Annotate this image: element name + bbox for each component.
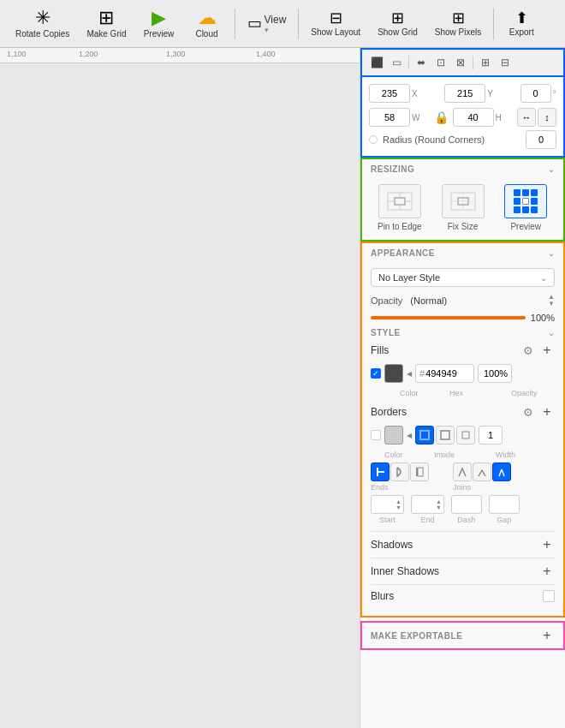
end-square-button[interactable] xyxy=(410,462,429,481)
shadows-add-button[interactable]: + xyxy=(539,537,555,552)
y-input[interactable] xyxy=(444,84,485,103)
resizing-section: RESIZING ⌄ P xyxy=(360,158,565,242)
fix-size-box xyxy=(442,184,485,218)
align-bottom-button[interactable]: ⊠ xyxy=(451,53,470,72)
fill-swatch-arrow-icon[interactable]: ◀ xyxy=(407,370,412,378)
resizing-preview-option[interactable]: Preview xyxy=(497,184,555,231)
appearance-section: APPEARANCE ⌄ No Layer Style ⌄ Opacity (N… xyxy=(360,242,565,618)
border-width-input[interactable] xyxy=(479,426,503,445)
border-center-button[interactable] xyxy=(436,426,455,445)
borders-add-button[interactable]: + xyxy=(539,404,555,420)
toolbar-export[interactable]: ⬆ Export xyxy=(497,7,545,40)
canvas-area[interactable]: 1,100 1,200 1,300 1,400 xyxy=(0,48,360,728)
export-icon: ⬆ xyxy=(515,10,528,26)
radius-handle[interactable] xyxy=(369,135,378,144)
toolbar-show-pixels[interactable]: ⊞ Show Pixels xyxy=(426,7,490,40)
gap-input[interactable] xyxy=(489,495,520,514)
flip-horizontal-button[interactable]: ↔ xyxy=(517,108,536,127)
fill-opacity-input[interactable] xyxy=(478,364,512,383)
layer-style-dropdown[interactable]: No Layer Style ⌄ xyxy=(371,268,555,287)
toolbar-preview[interactable]: ▶ Preview xyxy=(135,5,183,42)
show-layout-label: Show Layout xyxy=(311,27,360,37)
toolbar-show-layout[interactable]: ⊟ Show Layout xyxy=(302,7,369,40)
join-miter-button[interactable] xyxy=(453,462,472,481)
cloud-label: Cloud xyxy=(195,29,217,39)
main-area: 1,100 1,200 1,300 1,400 ⬛ ▭ ⬌ ⊡ ⊠ ⊞ ⊟ xyxy=(0,48,565,728)
y-label: Y xyxy=(487,89,497,98)
borders-actions: ⚙ + xyxy=(520,404,555,420)
fill-enabled-checkbox[interactable]: ✓ xyxy=(371,368,381,379)
h-input[interactable] xyxy=(453,108,494,127)
radius-stepper xyxy=(526,130,556,149)
appearance-title: APPEARANCE xyxy=(371,248,435,258)
resizing-header[interactable]: RESIZING ⌄ xyxy=(362,159,563,179)
align-bar: ⬛ ▭ ⬌ ⊡ ⊠ ⊞ ⊟ xyxy=(360,48,565,77)
radius-input[interactable] xyxy=(526,130,556,149)
end-input[interactable] xyxy=(412,499,436,510)
fill-color-swatch[interactable] xyxy=(384,364,403,383)
fills-gear-button[interactable]: ⚙ xyxy=(520,343,536,358)
align-left-button[interactable]: ⬛ xyxy=(367,53,386,72)
dash-input[interactable] xyxy=(451,495,482,514)
start-stepper[interactable]: ▲ ▼ xyxy=(396,498,403,510)
angle-input[interactable] xyxy=(520,84,551,103)
toolbar-show-grid[interactable]: ⊞ Show Grid xyxy=(369,7,426,40)
exportable-add-button[interactable]: + xyxy=(539,628,555,643)
fill-col-labels: Color Hex Opacity xyxy=(371,389,555,397)
opacity-slider-row: 100% xyxy=(371,313,555,323)
toolbar-cloud[interactable]: ☁ Cloud xyxy=(183,5,231,42)
end-flat-button[interactable] xyxy=(371,462,390,481)
border-color-swatch[interactable] xyxy=(384,426,403,445)
end-round-button[interactable] xyxy=(390,462,409,481)
appearance-header[interactable]: APPEARANCE ⌄ xyxy=(362,243,563,263)
x-input[interactable] xyxy=(369,84,410,103)
toolbar-make-grid[interactable]: ⊞ Make Grid xyxy=(78,5,134,42)
inner-shadows-label: Inner Shadows xyxy=(371,565,439,577)
grid-preview-icon xyxy=(514,189,538,213)
rotate-copies-label: Rotate Copies xyxy=(15,29,69,39)
show-pixels-icon: ⊞ xyxy=(452,10,465,26)
angle-symbol: ° xyxy=(553,88,556,98)
joins-buttons xyxy=(453,462,511,481)
distribute-v-button[interactable]: ⊟ xyxy=(496,53,514,72)
end-stepper[interactable]: ▲ ▼ xyxy=(436,498,443,510)
lock-aspect-button[interactable]: 🔒 xyxy=(434,110,449,125)
joins-group: Joins xyxy=(453,462,511,492)
toolbar: ✳ Rotate Copies ⊞ Make Grid ▶ Preview ☁ … xyxy=(0,0,565,48)
join-bevel-button[interactable] xyxy=(492,462,511,481)
join-round-button[interactable] xyxy=(473,462,491,481)
fill-hex-input[interactable] xyxy=(425,368,470,379)
start-input[interactable] xyxy=(372,499,396,510)
flip-vertical-button[interactable]: ↕ xyxy=(538,108,556,127)
opacity-mode-button[interactable]: (Normal) xyxy=(407,295,447,306)
align-center-v-button[interactable]: ⊡ xyxy=(431,53,450,72)
border-outside-button[interactable] xyxy=(456,426,475,445)
svg-rect-11 xyxy=(420,431,429,439)
align-center-h-button[interactable]: ▭ xyxy=(387,53,406,72)
blurs-toggle[interactable] xyxy=(543,590,555,602)
fix-size-option[interactable]: Fix Size xyxy=(434,184,492,231)
distribute-h-button[interactable]: ⊞ xyxy=(476,53,495,72)
pin-to-edge-option[interactable]: Pin to Edge xyxy=(371,184,429,231)
shadows-section: Shadows + xyxy=(371,531,555,558)
ruler-mark-1300: 1,300 xyxy=(166,50,186,58)
preview-label: Preview xyxy=(144,29,175,39)
start-label: Start xyxy=(379,516,396,524)
border-enabled-checkbox[interactable] xyxy=(371,430,381,440)
border-swatch-arrow-icon[interactable]: ◀ xyxy=(407,432,412,439)
opacity-arrows[interactable]: ▲ ▼ xyxy=(548,294,555,307)
w-input[interactable] xyxy=(369,108,410,127)
resizing-content: Pin to Edge Fix Size xyxy=(362,179,563,240)
toolbar-rotate-copies[interactable]: ✳ Rotate Copies xyxy=(7,5,78,42)
opacity-slider-track[interactable] xyxy=(371,316,526,319)
inner-shadows-add-button[interactable]: + xyxy=(539,564,555,579)
style-sub-header: STYLE ⌄ xyxy=(371,328,555,337)
align-top-button[interactable]: ⬌ xyxy=(412,53,431,72)
border-inside-button[interactable] xyxy=(415,426,434,445)
toolbar-view[interactable]: ▭ View ▾ xyxy=(239,10,295,38)
fills-add-button[interactable]: + xyxy=(539,343,555,358)
pin-to-edge-box xyxy=(378,184,421,218)
resizing-chevron: ⌄ xyxy=(548,164,555,174)
layer-style-value: No Layer Style xyxy=(378,272,440,283)
borders-gear-button[interactable]: ⚙ xyxy=(520,404,536,420)
